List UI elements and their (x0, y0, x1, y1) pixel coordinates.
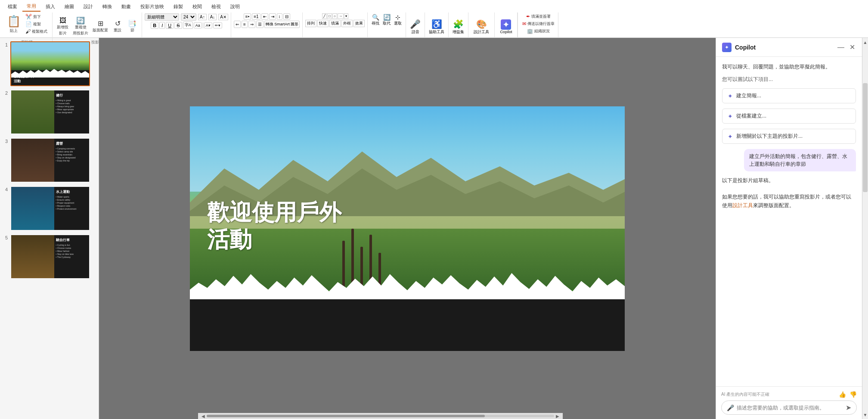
shape-more-button[interactable]: ▾ (344, 13, 348, 19)
suggestion-2[interactable]: ✦ 從檔案建立... (722, 109, 856, 124)
shape-outline-button[interactable]: 外框 (341, 20, 353, 27)
tab-file[interactable]: 檔案 (3, 2, 22, 11)
send-icon: ✉ (522, 21, 526, 27)
scroll-track (862, 47, 868, 410)
quick-styles-button[interactable]: 快速 (317, 20, 329, 27)
scroll-down-button[interactable]: ▼ (862, 410, 868, 419)
indent-less-button[interactable]: ⇤ (261, 13, 268, 20)
replace-button[interactable]: 🔄 取代 (381, 13, 392, 27)
underline-button[interactable]: U (166, 22, 174, 29)
highlight-button[interactable]: ✏▾ (213, 22, 222, 28)
slide-thumb-1[interactable]: 1 歡迎使用戶外活動 (2, 41, 97, 86)
thumb2-text-area: 健行 • Hiking is great• Choose trails• Alw… (54, 90, 89, 133)
slide-image-1[interactable]: 歡迎使用戶外活動 (10, 41, 90, 86)
scroll-left-button[interactable]: ◀ (200, 414, 207, 419)
accessibility-button[interactable]: ♿ 協助工具 (428, 19, 446, 35)
align-center-button[interactable]: ≡ (242, 21, 248, 28)
shape-line-button[interactable]: ╱ (322, 13, 327, 19)
thumb2-photo (11, 90, 54, 133)
designer-button[interactable]: 🎨 設計工具 (471, 19, 492, 35)
slide-thumb-4[interactable]: 4 水上運動 • Water sports• Ensure safety• Pr… (2, 186, 97, 231)
scrollbar-track[interactable] (207, 415, 554, 417)
paste-button[interactable]: 📋 貼上 (5, 14, 22, 34)
justify-button[interactable]: ☰ (256, 21, 264, 28)
reuse-slide-button[interactable]: 🔄 重複使 用投影片 (71, 16, 90, 37)
cut-button[interactable]: ✂️ 剪下 (24, 13, 49, 20)
voice-button[interactable]: 🎤 語音 (409, 19, 422, 35)
copilot-input[interactable] (737, 405, 843, 411)
paste-format-button[interactable]: 🖌 複製格式 (24, 28, 49, 35)
shape-fill-button[interactable]: 填滿 (329, 20, 341, 27)
copilot-mic-button[interactable]: 🎤 (727, 404, 734, 411)
indent-more-button[interactable]: ⇥ (269, 13, 276, 20)
slide-thumb-3[interactable]: 3 露營 • Camping connects• Select camp sit… (2, 138, 97, 183)
shape-effect-button[interactable]: 效果 (353, 20, 365, 27)
italic-button[interactable]: I (159, 22, 165, 29)
shape-rect-button[interactable]: □ (327, 13, 332, 19)
bold-button[interactable]: B (151, 22, 158, 29)
tab-review[interactable]: 校閱 (188, 2, 206, 11)
slide-image-3[interactable]: 露營 • Camping connects• Select camp site•… (10, 138, 90, 183)
tab-transition[interactable]: 轉換 (98, 2, 116, 11)
scrollbar-thumb[interactable] (207, 415, 485, 417)
slide-thumb-5[interactable]: 5 騎自行車 • Cycling is fun• Choose routes• … (2, 234, 97, 279)
fill-sign-button[interactable]: ✒ 填滿並簽署 (525, 13, 552, 20)
reset-button[interactable]: ↺ 重設 (111, 19, 124, 34)
align-right-button[interactable]: ⇒ (248, 21, 255, 28)
thumbs-down-button[interactable]: 👎 (849, 391, 857, 398)
line-spacing-button[interactable]: ↕ (277, 13, 282, 20)
paste-format-icon: 🖌 (25, 28, 31, 34)
section-button[interactable]: 📑 節 (125, 19, 139, 34)
divider (203, 22, 203, 28)
suggestion-3[interactable]: ✦ 新增關於以下主題的投影片... (722, 129, 856, 144)
slide-image-2[interactable]: 健行 • Hiking is great• Choose trails• Alw… (10, 90, 90, 134)
shape-circle-button[interactable]: ○ (332, 13, 337, 19)
font-size-select[interactable]: 24 (181, 13, 196, 21)
slide-image-5[interactable]: 騎自行車 • Cycling is fun• Choose routes• We… (10, 234, 90, 279)
align-left-button[interactable]: ⇐ (234, 21, 241, 28)
change-case-button[interactable]: Aa (194, 22, 202, 28)
tab-animation[interactable]: 動畫 (117, 2, 135, 11)
clear-format-button[interactable]: A✕ (218, 14, 228, 20)
decrease-font-button[interactable]: A↓ (208, 14, 217, 20)
thumb3-bullets: • Camping connects• Select camp site• Br… (56, 147, 87, 162)
copilot-send-button[interactable]: ➤ (846, 403, 851, 412)
addins-button[interactable]: 🧩 增益集 (451, 19, 465, 35)
convert-smartart-button[interactable]: 轉換 SmartArt 圖形 (264, 21, 300, 28)
char-spacing-button[interactable]: 字A (183, 22, 193, 29)
org-status-button[interactable]: 🏢 組織狀況 (526, 28, 551, 34)
tab-draw[interactable]: 繪圖 (60, 2, 78, 11)
tab-help[interactable]: 說明 (226, 2, 244, 11)
tab-view[interactable]: 檢視 (207, 2, 225, 11)
increase-font-button[interactable]: A↑ (198, 14, 207, 20)
arrange-button[interactable]: 排列 (305, 20, 316, 27)
scroll-right-button[interactable]: ▶ (554, 414, 561, 419)
thumbs-up-button[interactable]: 👍 (839, 391, 846, 398)
tab-insert[interactable]: 插入 (41, 2, 59, 11)
scroll-thumb[interactable] (863, 83, 868, 192)
tab-design[interactable]: 設計 (79, 2, 97, 11)
copilot-ribbon-button[interactable]: ✦ Copilot (497, 19, 515, 34)
send-sign-button[interactable]: ✉ 傳送以徵行簽章 (521, 21, 555, 27)
tab-record[interactable]: 錄製 (169, 2, 187, 11)
canvas-area[interactable]: 歡迎使用戶外 活動 ◀ ▶ (99, 38, 716, 419)
slide-image-4[interactable]: 水上運動 • Water sports• Ensure safety• Prop… (10, 186, 90, 231)
copy-button[interactable]: 📄 複製 (24, 21, 49, 28)
find-button[interactable]: 🔍 尋找 (370, 13, 381, 27)
horizontal-scrollbar[interactable]: ◀ ▶ (198, 413, 563, 419)
font-name-select[interactable]: 新細明體 (145, 13, 179, 21)
new-slide-button[interactable]: 🖼 新增投 影片 (55, 16, 70, 37)
tab-slideshow[interactable]: 投影片放映 (136, 2, 168, 11)
suggestion-1[interactable]: ✦ 建立簡報... (722, 88, 856, 103)
design-tools-link[interactable]: 設計工具 (732, 202, 753, 208)
font-color-button[interactable]: A▾ (204, 22, 212, 28)
slide-thumb-2[interactable]: 2 健行 • Hiking is great• Choose trails• A… (2, 90, 97, 134)
columns-button[interactable]: ⊟ (283, 13, 290, 20)
layout-button[interactable]: ⊞ 版面配置 (91, 19, 110, 34)
tab-home[interactable]: 常用 (22, 2, 40, 12)
strikethrough-button[interactable]: S (174, 22, 182, 29)
select-button[interactable]: ⊹ 選取 (393, 13, 403, 27)
shape-arrow-button[interactable]: → (338, 13, 344, 19)
bullets-button[interactable]: ≡• (244, 13, 251, 20)
numbering-button[interactable]: ≡1 (252, 13, 260, 20)
